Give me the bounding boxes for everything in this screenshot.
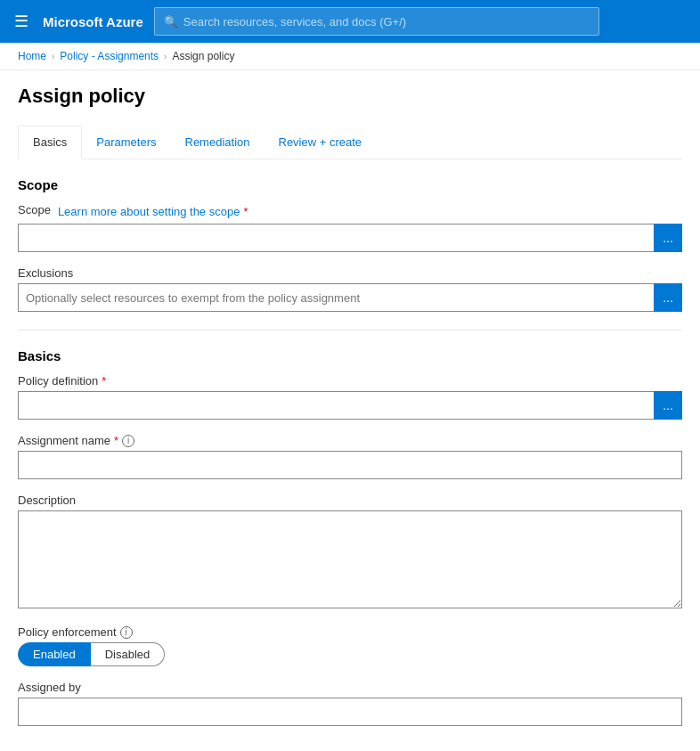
policy-enforcement-info-icon: i [120,626,133,639]
tabs: Basics Parameters Remediation Review + c… [18,126,682,159]
assignment-name-info-icon: i [122,435,134,447]
assignment-name-input[interactable] [18,451,682,479]
assigned-by-input[interactable]: JoeF Lab02 [18,698,682,726]
breadcrumb-sep-1: › [52,52,54,61]
policy-def-input[interactable] [18,391,654,420]
section-divider-1 [18,330,682,331]
exclusions-input[interactable] [18,283,654,312]
topbar: ☰ Microsoft Azure 🔍 [0,0,700,43]
scope-field-label: Scope [18,203,51,216]
policy-enforcement-field-group: Policy enforcement i Enabled Disabled [18,625,682,666]
scope-learn-more-link[interactable]: Learn more about setting the scope [58,205,240,218]
policy-def-browse-button[interactable]: ... [654,391,682,420]
search-icon: 🔍 [164,15,178,29]
basics-section-title: Basics [18,348,682,363]
app-logo: Microsoft Azure [43,14,143,29]
hamburger-icon[interactable]: ☰ [11,8,32,35]
assignment-name-label: Assignment name [18,434,110,447]
exclusions-field-group: Exclusions ... [18,266,682,312]
search-bar[interactable]: 🔍 [154,7,599,36]
page-title: Assign policy [18,85,682,108]
tab-remediation[interactable]: Remediation [171,126,265,159]
description-textarea[interactable] [18,510,682,608]
scope-section-title: Scope [18,177,682,192]
policy-enforcement-toggle: Enabled Disabled [18,642,682,666]
breadcrumb-policy-assignments[interactable]: Policy - Assignments [60,50,159,62]
scope-section: Scope Scope Learn more about setting the… [18,177,682,312]
tab-parameters[interactable]: Parameters [82,126,170,159]
assignment-name-label-row: Assignment name * i [18,434,682,447]
scope-required-star: * [243,205,248,218]
policy-enforcement-label-row: Policy enforcement i [18,625,682,639]
main-content: Basics Parameters Remediation Review + c… [0,126,700,751]
exclusions-label: Exclusions [18,266,682,280]
policy-def-field-group: Policy definition * ... [18,374,682,420]
breadcrumb-home[interactable]: Home [18,50,46,62]
breadcrumb-sep-2: › [164,52,167,61]
page-header: Assign policy [0,70,700,118]
breadcrumb-current: Assign policy [172,50,234,62]
scope-label-row: Scope Learn more about setting the scope… [18,203,682,220]
tab-review-create[interactable]: Review + create [265,126,377,159]
disabled-toggle-button[interactable]: Disabled [91,642,166,666]
enabled-toggle-button[interactable]: Enabled [18,642,91,666]
scope-input-group: Lab02 ... [18,224,682,252]
assignment-name-field-group: Assignment name * i [18,434,682,479]
exclusions-browse-button[interactable]: ... [654,283,682,312]
policy-def-input-group: ... [18,391,682,420]
policy-def-label-row: Policy definition * [18,374,682,388]
policy-enforcement-label: Policy enforcement [18,625,117,639]
search-input[interactable] [183,15,590,29]
description-field-group: Description [18,494,682,611]
assignment-name-required: * [114,434,118,447]
basics-section: Basics Policy definition * ... Assignmen… [18,348,682,726]
assigned-by-field-group: Assigned by JoeF Lab02 [18,681,682,726]
scope-input[interactable]: Lab02 [18,224,654,252]
policy-def-label: Policy definition [18,374,98,388]
tab-basics[interactable]: Basics [18,126,82,159]
exclusions-input-group: ... [18,283,682,312]
policy-def-required: * [102,374,106,388]
assigned-by-label: Assigned by [18,681,682,694]
breadcrumb: Home › Policy - Assignments › Assign pol… [0,43,700,70]
description-label: Description [18,494,682,507]
scope-field-group: Scope Learn more about setting the scope… [18,203,682,252]
scope-browse-button[interactable]: ... [654,224,682,252]
